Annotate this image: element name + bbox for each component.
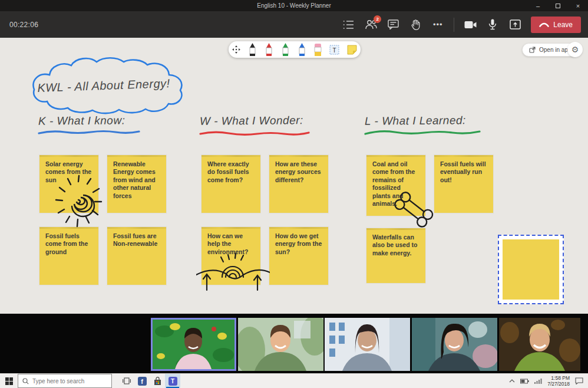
camera-button[interactable] bbox=[464, 18, 477, 31]
leave-label: Leave bbox=[553, 21, 573, 29]
network-tray-button[interactable] bbox=[534, 378, 542, 384]
pen-black[interactable] bbox=[248, 42, 257, 57]
pen-blue[interactable] bbox=[298, 42, 306, 57]
raise-hand-icon bbox=[411, 19, 421, 30]
action-center-button[interactable] bbox=[575, 377, 583, 384]
note-text: Coal and oil come from the remains of fo… bbox=[372, 160, 415, 207]
text-tool-icon: T bbox=[329, 45, 339, 55]
leave-button[interactable]: Leave bbox=[531, 17, 581, 33]
sticky-note[interactable]: Where exactly do fossil fuels come from? bbox=[201, 155, 260, 213]
raise-hand-button[interactable] bbox=[409, 18, 422, 31]
sticky-note[interactable]: How do we get energy from the sun? bbox=[269, 227, 328, 285]
selected-empty-sticky-note[interactable] bbox=[498, 235, 564, 304]
sticky-note-tool[interactable] bbox=[347, 45, 357, 55]
mic-icon bbox=[488, 19, 497, 30]
meeting-timer: 00:22:06 bbox=[9, 21, 38, 29]
facebook-taskbar-button[interactable]: f bbox=[134, 374, 150, 388]
store-taskbar-button[interactable] bbox=[150, 374, 165, 388]
sticky-note[interactable]: Waterfalls can also be used to make ener… bbox=[366, 228, 425, 283]
open-in-app-label: Open in app bbox=[539, 47, 572, 53]
video-tile-3[interactable] bbox=[325, 318, 410, 371]
more-icon: ••• bbox=[433, 20, 443, 29]
move-tool[interactable] bbox=[232, 45, 240, 54]
sticky-note[interactable]: Fossil fues are Non-renewable bbox=[107, 227, 166, 285]
pen-green[interactable] bbox=[281, 42, 290, 57]
participant-video-strip bbox=[0, 314, 588, 373]
sticky-note-icon bbox=[347, 45, 357, 55]
minimize-button[interactable]: – bbox=[528, 0, 548, 11]
close-button[interactable]: × bbox=[568, 0, 588, 11]
task-view-button[interactable] bbox=[119, 374, 134, 388]
facebook-icon: f bbox=[138, 377, 147, 386]
note-text: Fossil fues are Non-renewable bbox=[113, 232, 157, 247]
search-icon bbox=[22, 378, 29, 384]
share-screen-icon bbox=[510, 19, 521, 29]
battery-tray-button[interactable] bbox=[520, 379, 529, 384]
column-heading-k: K - What I know: bbox=[38, 114, 125, 127]
clock-time: 1:58 PM bbox=[547, 375, 570, 381]
settings-button[interactable]: ⚙ bbox=[567, 42, 583, 57]
start-button[interactable] bbox=[0, 374, 18, 388]
pen-blue-icon bbox=[298, 42, 306, 57]
close-icon: × bbox=[576, 2, 580, 9]
participant-1-video bbox=[153, 320, 234, 369]
action-center-icon bbox=[575, 377, 583, 384]
video-tile-4[interactable] bbox=[412, 318, 497, 371]
note-text: How are these energy sources different? bbox=[275, 160, 321, 183]
sticky-note[interactable]: Fossil fuels will eventually run out! bbox=[434, 155, 493, 213]
participants-button[interactable]: 2 bbox=[364, 18, 377, 31]
svg-text:T: T bbox=[332, 47, 336, 53]
maximize-icon bbox=[556, 4, 560, 8]
tray-chevron-button[interactable] bbox=[509, 379, 515, 383]
teams-icon: T bbox=[169, 377, 177, 386]
video-tile-5[interactable] bbox=[499, 318, 580, 371]
text-tool[interactable]: T bbox=[329, 45, 339, 55]
task-view-icon bbox=[123, 377, 131, 384]
mic-button[interactable] bbox=[486, 18, 499, 31]
underline-w bbox=[199, 131, 310, 137]
underline-k bbox=[37, 130, 141, 136]
underline-l bbox=[364, 130, 481, 137]
open-in-app-icon bbox=[529, 47, 536, 53]
maximize-button[interactable] bbox=[548, 0, 568, 11]
cloud-drawing[interactable]: KWL - All About Energy! bbox=[16, 55, 190, 117]
note-text: Solar energy comes from the sun bbox=[45, 160, 91, 183]
network-icon bbox=[534, 378, 542, 384]
teams-taskbar-button[interactable]: T bbox=[165, 374, 180, 388]
video-tile-2[interactable] bbox=[238, 318, 323, 371]
empty-note-fill bbox=[503, 239, 559, 300]
note-text: Where exactly do fossil fuels come from? bbox=[207, 160, 249, 183]
battery-icon bbox=[520, 379, 529, 384]
sticky-note[interactable]: Solar energy comes from the sun bbox=[39, 155, 98, 213]
note-text: Fossil fuels will eventually run out! bbox=[440, 160, 486, 183]
participant-5-video bbox=[499, 318, 580, 371]
whiteboard-canvas[interactable]: T Open in app ⚙ bbox=[0, 38, 588, 314]
taskbar-search[interactable] bbox=[18, 374, 112, 388]
share-screen-button[interactable] bbox=[508, 18, 521, 31]
sticky-note[interactable]: Fossil fuels come from the ground bbox=[39, 227, 98, 285]
note-text: How can we help the environment? bbox=[207, 232, 248, 255]
meeting-toolbar: 00:22:06 bbox=[0, 11, 588, 38]
video-tile-1-active[interactable] bbox=[151, 318, 236, 371]
column-heading-l: L - What I Learned: bbox=[365, 114, 466, 127]
sticky-note[interactable]: Coal and oil come from the remains of fo… bbox=[366, 155, 425, 216]
agenda-icon bbox=[343, 20, 354, 29]
participant-2-video bbox=[238, 318, 323, 371]
sticky-note[interactable]: Renewable Energy comes from wind and oth… bbox=[107, 155, 166, 213]
search-input[interactable] bbox=[32, 378, 103, 384]
sticky-note[interactable]: How can we help the environment? bbox=[201, 227, 260, 285]
screen: English 10 - Weekly Planner – × 00:22:06 bbox=[0, 0, 588, 388]
chat-button[interactable] bbox=[387, 18, 399, 31]
pen-red[interactable] bbox=[265, 42, 273, 57]
sticky-note[interactable]: How are these energy sources different? bbox=[269, 155, 328, 213]
taskbar-clock[interactable]: 1:58 PM 7/27/2018 bbox=[547, 375, 570, 387]
pen-black-icon bbox=[248, 42, 257, 57]
agenda-button[interactable] bbox=[342, 18, 355, 31]
note-text: Renewable Energy comes from wind and oth… bbox=[113, 160, 156, 199]
move-icon bbox=[232, 45, 240, 54]
camera-icon bbox=[464, 21, 477, 29]
more-button[interactable]: ••• bbox=[431, 18, 444, 31]
eraser-tool[interactable] bbox=[314, 43, 322, 57]
chat-icon bbox=[388, 19, 399, 29]
participants-badge: 2 bbox=[374, 15, 381, 23]
